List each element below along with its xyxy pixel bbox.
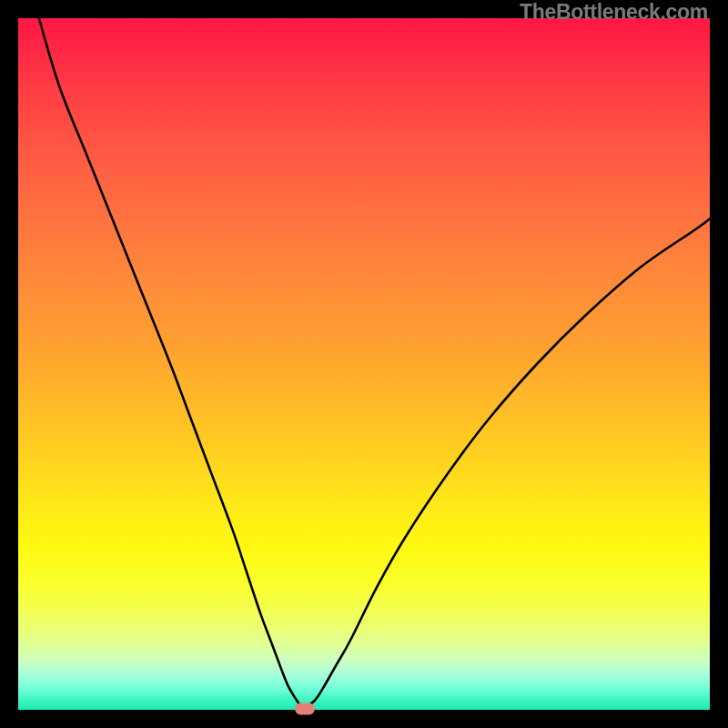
- bottleneck-curve: [39, 18, 710, 709]
- watermark-text: TheBottleneck.com: [520, 0, 708, 25]
- optimal-point-marker: [295, 703, 315, 715]
- chart-container: TheBottleneck.com: [0, 0, 728, 728]
- curve-layer: [18, 18, 710, 710]
